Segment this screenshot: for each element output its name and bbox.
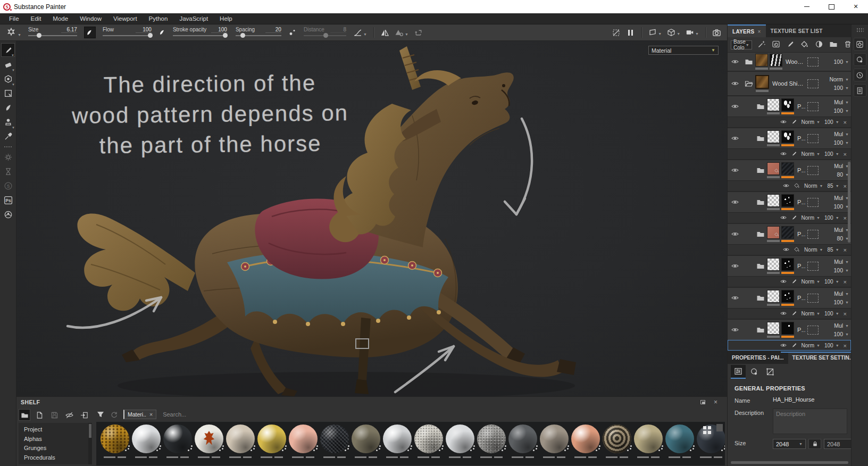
mask-opacity-value[interactable]: 100 — [824, 311, 833, 317]
layer-thumbnail[interactable] — [767, 98, 780, 114]
size-height-field[interactable]: 2048 — [824, 439, 852, 449]
layer-name[interactable]: Patt... — [797, 199, 806, 205]
log-button[interactable] — [854, 84, 866, 97]
mask-opacity-value[interactable]: 85 — [828, 183, 833, 189]
layer-row[interactable]: Patt...Mul▼100▼Norm▼100▼× — [728, 96, 851, 128]
mask-remove-icon[interactable]: × — [844, 151, 847, 157]
layer-thumbnail[interactable] — [781, 322, 794, 338]
mask-sub-row[interactable]: Norm▼100▼× — [728, 276, 851, 287]
layer-thumbnail[interactable] — [767, 162, 780, 178]
mask-sub-row[interactable]: Norm▼85▼× — [728, 244, 851, 255]
shelf-close-icon[interactable]: × — [714, 400, 717, 404]
opacity-dropdown[interactable]: 100▼ — [834, 85, 849, 91]
stroke-opacity-control[interactable]: Stroke opacity100 — [173, 27, 227, 38]
filter-tag-materials[interactable]: Materi.. × — [123, 410, 156, 419]
brush-tip-button[interactable] — [84, 27, 96, 38]
layer-name[interactable]: Wood Ship Hull... — [772, 80, 806, 87]
layer-name[interactable]: Patt... — [797, 135, 806, 142]
dock-handle[interactable] — [856, 28, 864, 32]
smart-button[interactable] — [772, 40, 780, 49]
mask-opacity-value[interactable]: 100 — [824, 279, 833, 285]
layer-name[interactable]: Patt... — [797, 231, 806, 237]
size-slider[interactable] — [28, 33, 77, 38]
layer-name[interactable]: Patt... — [797, 263, 806, 269]
mask-blend-value[interactable]: Norm — [802, 151, 814, 157]
filter-funnel-icon[interactable] — [96, 410, 105, 419]
viewport-shading-dropdown[interactable]: Material ▼ — [648, 46, 719, 55]
smudge-tool[interactable] — [1, 101, 15, 114]
visibility-toggle[interactable] — [730, 230, 740, 238]
layer-mask-box[interactable] — [807, 198, 819, 207]
layers-scrollbar[interactable] — [848, 162, 850, 243]
view-mode-button[interactable]: ▼ — [667, 28, 680, 37]
blend-mode-dropdown[interactable]: Mul▼ — [834, 131, 849, 137]
mask-opacity-value[interactable]: 100 — [824, 343, 833, 348]
size-dropdown[interactable]: 2048▼ — [773, 439, 806, 449]
material-salmon-matte[interactable] — [289, 425, 318, 458]
material-carbon-fiber[interactable] — [320, 425, 349, 458]
sidebar-item-project[interactable]: Project — [24, 425, 92, 435]
mask-sub-row[interactable]: Norm▼100▼× — [728, 148, 851, 159]
opacity-dropdown[interactable]: 100▼ — [834, 299, 849, 305]
stroke-opacity-value[interactable]: 100 — [211, 27, 227, 33]
layer-thumbnail[interactable] — [781, 290, 794, 306]
photoshop-export-tool[interactable] — [1, 193, 15, 207]
opacity-dropdown[interactable]: 80▼ — [837, 235, 849, 242]
layer-main[interactable]: Patt...Mul▼100▼ — [728, 256, 851, 276]
mask-visibility-toggle[interactable] — [780, 119, 787, 126]
material-steel[interactable] — [383, 425, 412, 458]
menu-help[interactable]: Help — [214, 13, 238, 24]
display-mode-button[interactable]: ▼ — [686, 28, 699, 37]
mask-blend-value[interactable]: Norm — [802, 215, 814, 221]
size-lock-button[interactable] — [808, 439, 821, 449]
layer-mask-box[interactable] — [807, 134, 819, 143]
layer-thumbnail[interactable] — [781, 130, 794, 146]
opacity-dropdown[interactable]: 100▼ — [834, 59, 849, 65]
mask-remove-icon[interactable]: × — [844, 343, 847, 349]
material-gold-honeycomb[interactable] — [101, 425, 129, 458]
shelf-new-button[interactable] — [34, 409, 45, 421]
material-grey-concrete[interactable] — [477, 425, 506, 458]
material-porcelain-oak-leaf[interactable] — [195, 425, 223, 458]
layer-name[interactable]: Patt... — [797, 295, 806, 301]
blend-mode-dropdown[interactable]: Norm▼ — [829, 76, 849, 82]
layer-row[interactable]: Patt...Mul▼100▼Norm▼100▼× — [728, 320, 851, 351]
blend-mode-dropdown[interactable]: Mul▼ — [834, 195, 849, 201]
mask-sub-row[interactable]: Norm▼100▼× — [728, 117, 851, 127]
mask-blend-value[interactable]: Norm — [804, 247, 817, 253]
symmetry-button[interactable] — [380, 28, 389, 37]
visibility-toggle[interactable] — [730, 103, 740, 110]
mask-opacity-value[interactable]: 100 — [824, 151, 833, 157]
bake-tool[interactable] — [1, 164, 15, 178]
maximize-button[interactable] — [819, 0, 844, 13]
shelf-folder-button[interactable] — [19, 409, 30, 421]
layer-thumbnail[interactable] — [770, 54, 782, 70]
layer-row[interactable]: Wood Ship Hull...Norm▼100▼ — [728, 72, 851, 96]
layer-main[interactable]: Patt...Mul▼100▼ — [728, 128, 851, 148]
shelf-search-input[interactable] — [162, 411, 279, 418]
brush-profile-icon[interactable] — [158, 29, 166, 36]
close-button[interactable]: ✕ — [844, 0, 868, 13]
visibility-toggle[interactable] — [730, 135, 740, 142]
mask-opacity-value[interactable]: 100 — [824, 119, 833, 125]
spacing-value[interactable]: 20 — [265, 27, 281, 33]
menu-viewport[interactable]: Viewport — [107, 13, 143, 24]
mask-visibility-toggle[interactable] — [783, 182, 789, 190]
blend-mode-dropdown[interactable]: Mul▼ — [834, 322, 849, 329]
history-button[interactable] — [854, 69, 866, 81]
layer-thumbnail[interactable] — [755, 54, 768, 70]
halfc-button[interactable] — [815, 40, 823, 49]
flow-slider[interactable] — [103, 33, 152, 38]
blend-mode-dropdown[interactable]: Mul▼ — [834, 163, 849, 169]
projection-tool[interactable]: ▼ — [1, 72, 15, 86]
minimize-button[interactable] — [795, 0, 819, 13]
visibility-toggle[interactable] — [730, 198, 740, 206]
plugin-gear-tool[interactable] — [1, 150, 15, 164]
visibility-toggle[interactable] — [730, 80, 740, 87]
material-khaki-suede[interactable] — [634, 425, 663, 458]
mask-remove-icon[interactable]: × — [844, 183, 847, 189]
tab-close-icon[interactable]: × — [757, 29, 761, 35]
visibility-toggle[interactable] — [730, 58, 740, 65]
mask-visibility-toggle[interactable] — [780, 278, 787, 286]
sidebar-item-procedurals[interactable]: Procedurals — [24, 453, 92, 463]
